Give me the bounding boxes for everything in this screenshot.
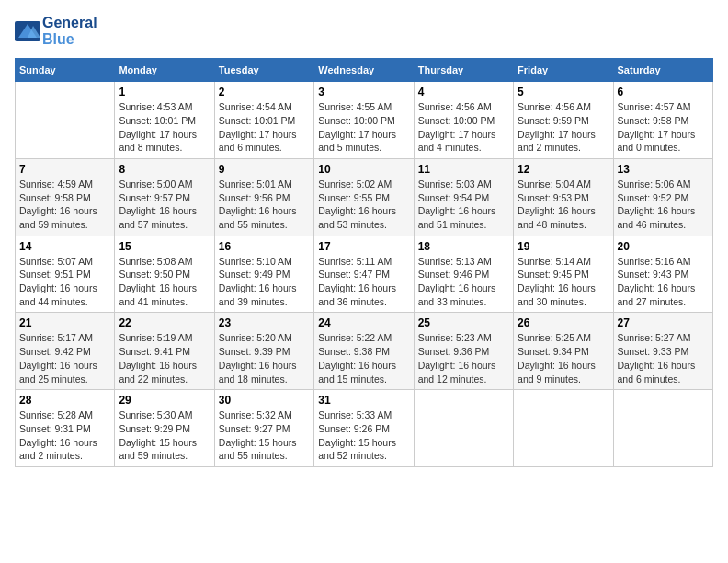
cell-info: Sunrise: 5:27 AMSunset: 9:33 PMDaylight:… (618, 332, 696, 384)
calendar-cell: 9Sunrise: 5:01 AMSunset: 9:56 PMDaylight… (214, 158, 313, 236)
cell-info: Sunrise: 5:22 AMSunset: 9:38 PMDaylight:… (318, 332, 396, 384)
day-number: 5 (518, 86, 609, 98)
calendar-cell: 8Sunrise: 5:00 AMSunset: 9:57 PMDaylight… (115, 158, 214, 236)
cell-info: Sunrise: 4:57 AMSunset: 9:58 PMDaylight:… (618, 101, 696, 153)
day-number: 17 (318, 240, 409, 253)
day-number: 25 (418, 316, 509, 329)
day-number: 4 (418, 86, 509, 98)
calendar-cell (514, 390, 613, 467)
cell-info: Sunrise: 5:08 AMSunset: 9:50 PMDaylight:… (119, 256, 197, 307)
cell-info: Sunrise: 4:56 AMSunset: 9:59 PMDaylight:… (518, 101, 596, 153)
calendar-cell: 5Sunrise: 4:56 AMSunset: 9:59 PMDaylight… (514, 82, 613, 159)
logo-line1: General (42, 15, 97, 31)
calendar-cell: 13Sunrise: 5:06 AMSunset: 9:52 PMDayligh… (613, 158, 712, 236)
cell-info: Sunrise: 4:59 AMSunset: 9:58 PMDaylight:… (19, 178, 97, 230)
cell-info: Sunrise: 4:54 AMSunset: 10:01 PMDaylight… (219, 101, 297, 153)
cell-info: Sunrise: 5:13 AMSunset: 9:46 PMDaylight:… (418, 256, 496, 307)
day-number: 31 (318, 394, 409, 407)
day-number: 1 (119, 86, 210, 98)
cell-info: Sunrise: 5:30 AMSunset: 9:29 PMDaylight:… (119, 409, 197, 461)
cell-info: Sunrise: 5:01 AMSunset: 9:56 PMDaylight:… (219, 178, 297, 230)
calendar-cell: 2Sunrise: 4:54 AMSunset: 10:01 PMDayligh… (214, 82, 313, 159)
calendar-cell: 24Sunrise: 5:22 AMSunset: 9:38 PMDayligh… (314, 313, 414, 390)
calendar-cell (414, 390, 513, 467)
cell-info: Sunrise: 5:20 AMSunset: 9:39 PMDaylight:… (219, 332, 297, 384)
day-number: 22 (119, 316, 210, 329)
header-tuesday: Tuesday (214, 59, 313, 82)
calendar-cell: 27Sunrise: 5:27 AMSunset: 9:33 PMDayligh… (613, 313, 712, 390)
cell-info: Sunrise: 5:11 AMSunset: 9:47 PMDaylight:… (318, 256, 396, 307)
cell-info: Sunrise: 5:17 AMSunset: 9:42 PMDaylight:… (19, 332, 97, 384)
day-number: 2 (219, 86, 310, 98)
day-number: 10 (318, 163, 409, 176)
cell-info: Sunrise: 5:03 AMSunset: 9:54 PMDaylight:… (418, 178, 496, 230)
calendar-cell: 17Sunrise: 5:11 AMSunset: 9:47 PMDayligh… (314, 236, 414, 313)
cell-info: Sunrise: 5:16 AMSunset: 9:43 PMDaylight:… (618, 256, 696, 307)
cell-info: Sunrise: 5:25 AMSunset: 9:34 PMDaylight:… (518, 332, 596, 384)
cell-info: Sunrise: 5:02 AMSunset: 9:55 PMDaylight:… (318, 178, 396, 230)
logo: General Blue (15, 15, 97, 47)
day-number: 6 (618, 86, 709, 98)
header-monday: Monday (115, 59, 214, 82)
week-row-3: 14Sunrise: 5:07 AMSunset: 9:51 PMDayligh… (16, 236, 713, 313)
cell-info: Sunrise: 5:07 AMSunset: 9:51 PMDaylight:… (19, 256, 97, 307)
day-number: 24 (318, 316, 409, 329)
day-number: 7 (19, 163, 110, 176)
cell-info: Sunrise: 4:56 AMSunset: 10:00 PMDaylight… (418, 101, 496, 153)
header-sunday: Sunday (16, 59, 115, 82)
day-number: 13 (618, 163, 709, 176)
calendar-cell: 11Sunrise: 5:03 AMSunset: 9:54 PMDayligh… (414, 158, 513, 236)
calendar-cell: 15Sunrise: 5:08 AMSunset: 9:50 PMDayligh… (115, 236, 214, 313)
day-number: 20 (618, 240, 709, 253)
day-number: 29 (119, 394, 210, 407)
week-row-4: 21Sunrise: 5:17 AMSunset: 9:42 PMDayligh… (16, 313, 713, 390)
cell-info: Sunrise: 5:33 AMSunset: 9:26 PMDaylight:… (318, 409, 396, 461)
day-number: 18 (418, 240, 509, 253)
calendar-cell: 12Sunrise: 5:04 AMSunset: 9:53 PMDayligh… (514, 158, 613, 236)
week-row-1: 1Sunrise: 4:53 AMSunset: 10:01 PMDayligh… (16, 82, 713, 159)
cell-info: Sunrise: 5:00 AMSunset: 9:57 PMDaylight:… (119, 178, 197, 230)
calendar-cell: 18Sunrise: 5:13 AMSunset: 9:46 PMDayligh… (414, 236, 513, 313)
header-thursday: Thursday (414, 59, 513, 82)
day-number: 21 (19, 316, 110, 329)
cell-info: Sunrise: 5:28 AMSunset: 9:31 PMDaylight:… (19, 409, 97, 461)
cell-info: Sunrise: 4:53 AMSunset: 10:01 PMDaylight… (119, 101, 197, 153)
cell-info: Sunrise: 5:19 AMSunset: 9:41 PMDaylight:… (119, 332, 197, 384)
day-number: 23 (219, 316, 310, 329)
day-number: 30 (219, 394, 310, 407)
calendar-cell: 21Sunrise: 5:17 AMSunset: 9:42 PMDayligh… (16, 313, 115, 390)
logo-icon (15, 21, 40, 41)
header-wednesday: Wednesday (314, 59, 414, 82)
cell-info: Sunrise: 5:10 AMSunset: 9:49 PMDaylight:… (219, 256, 297, 307)
day-number: 16 (219, 240, 310, 253)
cell-info: Sunrise: 5:32 AMSunset: 9:27 PMDaylight:… (219, 409, 297, 461)
calendar-cell: 28Sunrise: 5:28 AMSunset: 9:31 PMDayligh… (16, 390, 115, 467)
week-row-5: 28Sunrise: 5:28 AMSunset: 9:31 PMDayligh… (16, 390, 713, 467)
day-number: 3 (318, 86, 409, 98)
cell-info: Sunrise: 5:06 AMSunset: 9:52 PMDaylight:… (618, 178, 696, 230)
calendar-cell: 10Sunrise: 5:02 AMSunset: 9:55 PMDayligh… (314, 158, 414, 236)
header-saturday: Saturday (613, 59, 712, 82)
calendar-cell: 7Sunrise: 4:59 AMSunset: 9:58 PMDaylight… (16, 158, 115, 236)
header-friday: Friday (514, 59, 613, 82)
week-row-2: 7Sunrise: 4:59 AMSunset: 9:58 PMDaylight… (16, 158, 713, 236)
day-number: 12 (518, 163, 609, 176)
calendar-cell: 14Sunrise: 5:07 AMSunset: 9:51 PMDayligh… (16, 236, 115, 313)
logo-line2: Blue (42, 31, 97, 48)
calendar-table: SundayMondayTuesdayWednesdayThursdayFrid… (15, 58, 713, 467)
calendar-cell: 25Sunrise: 5:23 AMSunset: 9:36 PMDayligh… (414, 313, 513, 390)
day-number: 15 (119, 240, 210, 253)
day-number: 19 (518, 240, 609, 253)
day-number: 9 (219, 163, 310, 176)
calendar-cell (613, 390, 712, 467)
day-number: 26 (518, 316, 609, 329)
calendar-cell: 19Sunrise: 5:14 AMSunset: 9:45 PMDayligh… (514, 236, 613, 313)
calendar-cell: 30Sunrise: 5:32 AMSunset: 9:27 PMDayligh… (214, 390, 313, 467)
calendar-cell: 6Sunrise: 4:57 AMSunset: 9:58 PMDaylight… (613, 82, 712, 159)
calendar-cell: 31Sunrise: 5:33 AMSunset: 9:26 PMDayligh… (314, 390, 414, 467)
calendar-cell: 16Sunrise: 5:10 AMSunset: 9:49 PMDayligh… (214, 236, 313, 313)
calendar-cell: 20Sunrise: 5:16 AMSunset: 9:43 PMDayligh… (613, 236, 712, 313)
day-number: 11 (418, 163, 509, 176)
calendar-header-row: SundayMondayTuesdayWednesdayThursdayFrid… (16, 59, 713, 82)
calendar-cell: 22Sunrise: 5:19 AMSunset: 9:41 PMDayligh… (115, 313, 214, 390)
